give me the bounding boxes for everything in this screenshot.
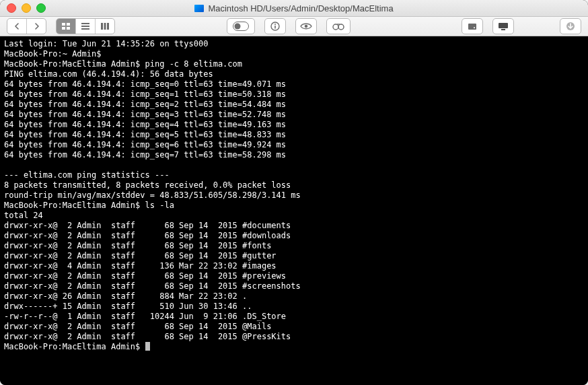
disk-button[interactable] bbox=[462, 18, 483, 34]
svg-rect-21 bbox=[501, 29, 505, 30]
toggle-button[interactable] bbox=[227, 18, 255, 34]
svg-rect-3 bbox=[67, 27, 70, 30]
close-icon[interactable] bbox=[7, 3, 16, 13]
svg-rect-6 bbox=[81, 28, 89, 30]
app-window: Macintosh HD/Users/Admin/Desktop/MacElti… bbox=[0, 0, 588, 385]
binoculars-button[interactable] bbox=[326, 18, 351, 34]
forward-button[interactable] bbox=[26, 19, 46, 34]
svg-rect-19 bbox=[474, 28, 475, 29]
download-button[interactable] bbox=[560, 18, 581, 34]
svg-rect-7 bbox=[101, 23, 103, 30]
terminal-output[interactable]: Last login: Tue Jun 21 14:35:26 on ttys0… bbox=[0, 36, 588, 385]
svg-rect-14 bbox=[274, 26, 276, 29]
desktop-button[interactable] bbox=[492, 18, 514, 34]
svg-point-16 bbox=[333, 24, 338, 30]
list-view-button[interactable] bbox=[75, 19, 95, 34]
window-controls bbox=[7, 3, 46, 13]
toolbar bbox=[0, 17, 588, 36]
minimize-icon[interactable] bbox=[22, 3, 31, 13]
info-button[interactable] bbox=[264, 18, 286, 34]
svg-rect-20 bbox=[499, 23, 508, 28]
svg-rect-18 bbox=[468, 24, 476, 30]
window-title-text: Macintosh HD/Users/Admin/Desktop/MacElti… bbox=[208, 3, 393, 13]
column-view-button[interactable] bbox=[95, 19, 114, 34]
zoom-icon[interactable] bbox=[36, 3, 46, 13]
svg-point-11 bbox=[234, 24, 240, 30]
svg-rect-9 bbox=[107, 23, 109, 30]
svg-point-17 bbox=[338, 24, 344, 30]
svg-rect-1 bbox=[67, 23, 70, 26]
svg-rect-0 bbox=[62, 23, 65, 26]
terminal-cursor bbox=[145, 342, 150, 351]
window-title: Macintosh HD/Users/Admin/Desktop/MacElti… bbox=[0, 3, 588, 13]
app-icon bbox=[194, 5, 204, 12]
back-button[interactable] bbox=[7, 19, 26, 34]
titlebar: Macintosh HD/Users/Admin/Desktop/MacElti… bbox=[0, 0, 588, 17]
svg-rect-5 bbox=[81, 26, 89, 27]
svg-point-15 bbox=[304, 25, 307, 28]
svg-point-13 bbox=[274, 24, 276, 25]
nav-segment bbox=[7, 18, 46, 34]
grid-view-button[interactable] bbox=[57, 19, 75, 34]
svg-rect-8 bbox=[104, 23, 106, 30]
svg-rect-4 bbox=[81, 23, 89, 24]
view-segment bbox=[56, 18, 115, 34]
svg-rect-2 bbox=[62, 27, 65, 30]
quicklook-button[interactable] bbox=[295, 18, 317, 34]
